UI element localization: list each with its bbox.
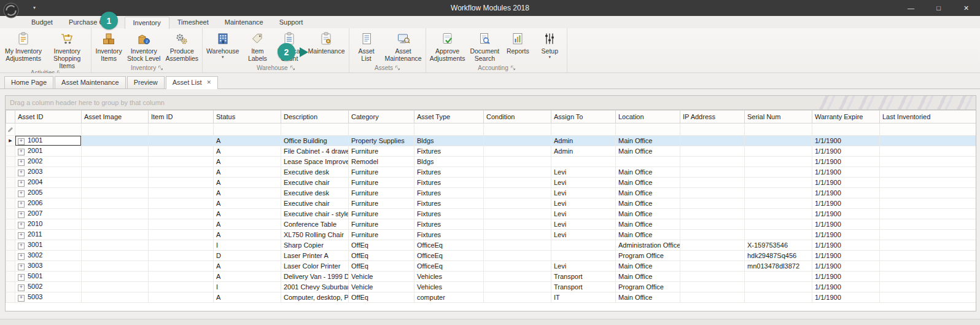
filter-cell-last-inventoried[interactable] [880,123,976,136]
cell-asset-type[interactable]: Fixtures [414,230,484,240]
cell-item-id[interactable] [149,178,214,188]
doc-tab-preview[interactable]: Preview [127,76,165,88]
dialog-launcher-icon[interactable] [158,65,163,71]
row-indicator[interactable] [6,157,15,167]
cell-ip-address[interactable] [680,272,745,282]
cell-status[interactable]: I [214,240,281,251]
cell-item-id[interactable] [149,261,214,272]
app-icon[interactable] [3,2,19,18]
cell-serial-num[interactable]: mn013478dl3872 [745,261,812,272]
cell-asset-type[interactable]: Fixtures [414,209,484,219]
cell-serial-num[interactable] [745,209,812,219]
cell-assign-to[interactable]: Transport [551,272,616,282]
cell-serial-num[interactable]: X-159753546 [745,240,812,251]
filter-cell-asset-image[interactable] [82,123,149,136]
cell-ip-address[interactable] [680,167,745,178]
filter-cell-warranty-expire[interactable] [812,123,880,136]
column-header-last-inventoried[interactable]: Last Inventoried [880,111,976,123]
expand-row-icon[interactable]: + [18,170,25,176]
cell-ip-address[interactable] [680,188,745,198]
cell-last-inventoried[interactable] [880,188,976,198]
cell-serial-num[interactable] [745,178,812,188]
cell-assign-to[interactable] [551,240,616,251]
cell-item-id[interactable] [149,282,214,292]
cell-asset-id[interactable]: +5002 [15,282,82,292]
cell-asset-type[interactable]: Fixtures [414,219,484,230]
cell-status[interactable]: A [214,219,281,230]
cell-condition[interactable] [484,136,551,146]
cell-warranty-expire[interactable]: 1/1/1900 [812,209,880,219]
filter-cell-asset-id[interactable] [15,123,82,136]
cell-category[interactable]: OffEq [349,251,414,261]
expand-row-icon[interactable]: + [18,201,25,208]
warehouse-button[interactable]: Warehouse▾ [204,29,241,63]
cell-last-inventoried[interactable] [880,261,976,272]
cell-location[interactable]: Program Office [616,251,680,261]
cell-asset-type[interactable]: Fixtures [414,188,484,198]
cell-serial-num[interactable]: hdk29487Sq456 [745,251,812,261]
cell-asset-type[interactable]: Bldgs [414,136,484,146]
cell-warranty-expire[interactable]: 1/1/1900 [812,272,880,282]
cell-asset-image[interactable] [82,209,149,219]
cell-item-id[interactable] [149,219,214,230]
cell-asset-image[interactable] [82,272,149,282]
cell-asset-type[interactable]: Fixtures [414,178,484,188]
cell-condition[interactable] [484,209,551,219]
cell-serial-num[interactable] [745,146,812,157]
cell-asset-type[interactable]: Fixtures [414,167,484,178]
row-indicator[interactable] [6,230,15,240]
cell-assign-to[interactable]: Levi [551,178,616,188]
cell-ip-address[interactable] [680,240,745,251]
cell-asset-id[interactable]: +3001 [15,240,82,251]
cell-condition[interactable] [484,292,551,303]
expand-row-icon[interactable]: + [18,222,25,229]
cell-ip-address[interactable] [680,146,745,157]
cell-warranty-expire[interactable]: 1/1/1900 [812,292,880,303]
cell-asset-image[interactable] [82,188,149,198]
cell-asset-type[interactable]: OfficeEq [414,261,484,272]
row-indicator[interactable] [6,292,15,303]
cell-location[interactable]: Main Office [616,219,680,230]
cell-asset-image[interactable] [82,251,149,261]
dialog-launcher-icon[interactable] [511,65,515,71]
cell-asset-type[interactable]: Fixtures [414,198,484,209]
cell-ip-address[interactable] [680,198,745,209]
cell-status[interactable]: A [214,261,281,272]
inventory-items-button[interactable]: Inventory Items [93,29,125,63]
ribbon-tab-inventory[interactable]: Inventory [125,17,169,29]
cell-category[interactable]: Furniture [349,198,414,209]
expand-row-icon[interactable]: + [18,149,25,155]
cell-item-id[interactable] [149,230,214,240]
cell-item-id[interactable] [149,240,214,251]
cell-asset-id[interactable]: +2001 [15,146,82,157]
cell-asset-type[interactable]: OfficeEq [414,251,484,261]
cell-assign-to[interactable] [551,251,616,261]
expand-row-icon[interactable]: + [18,295,25,302]
produce-assemblies-button[interactable]: Produce Assemblies [163,29,201,63]
cell-description[interactable]: Delivery Van - 1999 Do… [281,272,349,282]
cell-location[interactable]: Main Office [616,292,680,303]
cell-ip-address[interactable] [680,230,745,240]
filter-cell-location[interactable] [616,123,680,136]
cell-status[interactable]: A [214,230,281,240]
filter-cell-status[interactable] [214,123,281,136]
cell-asset-type[interactable]: Bldgs [414,157,484,167]
cell-asset-image[interactable] [82,261,149,272]
column-header-description[interactable]: Description [281,111,349,123]
cell-category[interactable]: Furniture [349,188,414,198]
cell-location[interactable] [616,157,680,167]
cell-warranty-expire[interactable]: 1/1/1900 [812,282,880,292]
column-header-status[interactable]: Status [214,111,281,123]
cell-last-inventoried[interactable] [880,240,976,251]
cell-description[interactable]: Conference Table [281,219,349,230]
cell-asset-image[interactable] [82,167,149,178]
cell-last-inventoried[interactable] [880,272,976,282]
ribbon-tab-support[interactable]: Support [271,17,311,28]
cell-asset-image[interactable] [82,240,149,251]
cell-asset-id[interactable]: +3003 [15,261,82,272]
cell-status[interactable]: A [214,188,281,198]
column-header-assign-to[interactable]: Assign To [551,111,616,123]
cell-status[interactable]: A [214,198,281,209]
cell-ip-address[interactable] [680,209,745,219]
cell-category[interactable]: Furniture [349,209,414,219]
